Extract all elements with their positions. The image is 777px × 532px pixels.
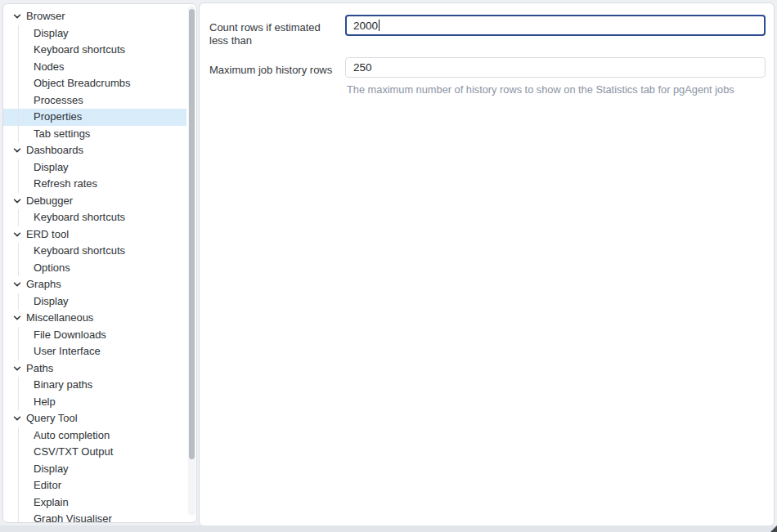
tree-item-label: Keyboard shortcuts xyxy=(34,212,125,223)
field-value: 2000 xyxy=(353,20,378,32)
tree-item-display[interactable]: Display xyxy=(3,159,186,177)
tree-item-dashboards[interactable]: Dashboards xyxy=(3,142,186,159)
chevron-down-icon[interactable] xyxy=(11,229,23,240)
tree-item-binary-paths[interactable]: Binary paths xyxy=(3,377,186,394)
resize-grip-icon[interactable] xyxy=(770,525,777,532)
tree-item-label: Display xyxy=(34,28,69,39)
field-help-text: The maximum number of history rows to sh… xyxy=(347,83,766,96)
tree-item-options[interactable]: Options xyxy=(3,260,186,277)
tree-item-object-breadcrumbs[interactable]: Object Breadcrumbs xyxy=(3,75,186,92)
tree-item-auto-completion[interactable]: Auto completion xyxy=(3,427,186,445)
tree-item-label: Keyboard shortcuts xyxy=(34,245,125,257)
maximum-job-history-rows-row: Maximum job history rows 250 The maximum… xyxy=(200,57,774,100)
chevron-down-icon[interactable] xyxy=(11,413,23,424)
window-bottom-edge xyxy=(0,525,777,532)
tree-item-label: ERD tool xyxy=(26,229,69,240)
tree-item-label: Debugger xyxy=(26,195,73,207)
tree-item-keyboard-shortcuts[interactable]: Keyboard shortcuts xyxy=(3,243,186,260)
tree-item-label: Refresh rates xyxy=(34,178,97,190)
tree-item-label: Tab settings xyxy=(34,128,90,140)
tree-item-label: Properties xyxy=(34,111,82,123)
tree-item-keyboard-shortcuts[interactable]: Keyboard shortcuts xyxy=(3,209,186,226)
tree-item-label: Query Tool xyxy=(26,413,78,424)
tree-item-display[interactable]: Display xyxy=(3,293,186,311)
tree-item-label: Object Breadcrumbs xyxy=(34,78,131,89)
text-cursor xyxy=(379,20,380,31)
tree-item-label: Graph Visualiser xyxy=(34,513,112,523)
chevron-down-icon[interactable] xyxy=(11,312,23,324)
chevron-down-icon[interactable] xyxy=(11,363,23,374)
tree-scrollbar-track[interactable] xyxy=(188,6,195,516)
tree-item-file-downloads[interactable]: File Downloads xyxy=(3,327,186,344)
tree-item-label: Processes xyxy=(34,95,83,106)
preferences-content-panel: Count rows if estimated less than 2000 M… xyxy=(199,2,775,526)
tree-item-csv-txt-output[interactable]: CSV/TXT Output xyxy=(3,444,186,461)
tree-item-label: Nodes xyxy=(34,61,65,73)
tree-item-explain[interactable]: Explain xyxy=(3,494,186,512)
tree-item-label: Binary paths xyxy=(34,379,92,391)
tree-item-label: File Downloads xyxy=(34,329,106,341)
tree-item-label: Help xyxy=(34,396,56,408)
tree-item-query-tool[interactable]: Query Tool xyxy=(3,410,186,427)
preferences-tree: Browser Display Keyboard shortcuts Nodes… xyxy=(3,8,186,523)
tree-item-label: Miscellaneous xyxy=(26,312,93,324)
tree-item-label: Display xyxy=(34,162,69,173)
chevron-down-icon[interactable] xyxy=(11,145,23,156)
tree-item-label: Auto completion xyxy=(34,430,110,441)
tree-item-debugger[interactable]: Debugger xyxy=(3,193,186,210)
tree-item-graph-visualiser[interactable]: Graph Visualiser xyxy=(3,511,186,523)
tree-item-paths[interactable]: Paths xyxy=(3,360,186,378)
maximum-job-history-rows-input[interactable]: 250 xyxy=(345,57,766,78)
tree-item-label: Editor xyxy=(34,480,61,491)
tree-item-nodes[interactable]: Nodes xyxy=(3,59,186,76)
tree-item-label: Browser xyxy=(26,11,65,22)
tree-item-display[interactable]: Display xyxy=(3,461,186,478)
tree-item-label: CSV/TXT Output xyxy=(34,446,113,458)
tree-item-label: Graphs xyxy=(26,279,61,290)
tree-item-properties[interactable]: Properties xyxy=(3,109,186,126)
tree-item-label: User Interface xyxy=(34,346,101,357)
tree-scrollbar-thumb[interactable] xyxy=(189,9,195,459)
tree-item-help[interactable]: Help xyxy=(3,394,186,411)
count-rows-if-estimated-less-than-input[interactable]: 2000 xyxy=(345,15,766,36)
tree-item-display[interactable]: Display xyxy=(3,25,186,42)
tree-item-label: Display xyxy=(34,296,69,307)
preferences-form: Count rows if estimated less than 2000 M… xyxy=(200,15,774,100)
tree-item-processes[interactable]: Processes xyxy=(3,92,186,110)
tree-item-graphs[interactable]: Graphs xyxy=(3,276,186,293)
preferences-tree-panel: Browser Display Keyboard shortcuts Nodes… xyxy=(2,3,197,523)
tree-item-miscellaneous[interactable]: Miscellaneous xyxy=(3,310,186,327)
field-label: Count rows if estimated less than xyxy=(209,21,340,47)
tree-item-label: Keyboard shortcuts xyxy=(34,44,125,56)
tree-item-label: Display xyxy=(34,463,69,475)
tree-item-label: Dashboards xyxy=(26,145,83,156)
tree-item-label: Paths xyxy=(26,363,53,374)
chevron-down-icon[interactable] xyxy=(11,11,23,22)
field-label: Maximum job history rows xyxy=(209,64,340,77)
chevron-down-icon[interactable] xyxy=(11,279,23,290)
tree-item-label: Explain xyxy=(34,497,69,508)
tree-item-editor[interactable]: Editor xyxy=(3,477,186,494)
tree-item-refresh-rates[interactable]: Refresh rates xyxy=(3,176,186,193)
tree-item-keyboard-shortcuts[interactable]: Keyboard shortcuts xyxy=(3,42,186,59)
tree-item-user-interface[interactable]: User Interface xyxy=(3,343,186,360)
chevron-down-icon[interactable] xyxy=(11,195,23,207)
tree-item-erd-tool[interactable]: ERD tool xyxy=(3,226,186,244)
count-rows-if-estimated-less-than-row: Count rows if estimated less than 2000 xyxy=(200,15,774,57)
field-value: 250 xyxy=(353,61,372,74)
tree-item-tab-settings[interactable]: Tab settings xyxy=(3,126,186,143)
tree-item-label: Options xyxy=(34,262,70,274)
tree-item-browser[interactable]: Browser xyxy=(3,8,186,25)
